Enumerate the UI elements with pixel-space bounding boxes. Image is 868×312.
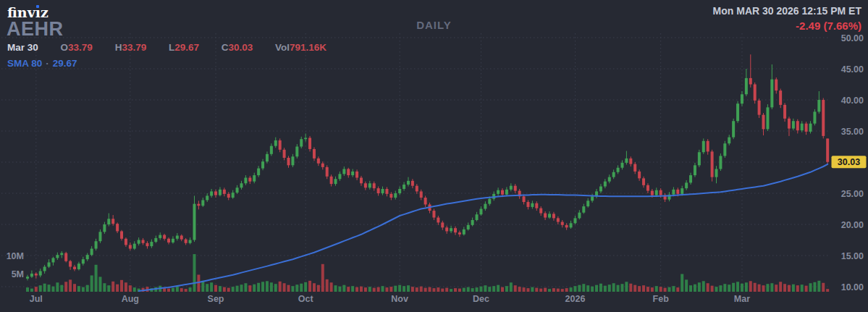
volume-bar [82,287,85,292]
volume-bar [595,285,598,292]
volume-bar [620,284,623,292]
volume-bar [189,287,192,292]
candle-body-down [347,169,350,175]
volume-bar [668,287,671,292]
candle-body-down [180,235,183,239]
candle-body-down [758,101,761,115]
volume-bar [638,286,641,292]
volume-bar [227,288,230,292]
volume-bar [762,285,765,292]
candle-body-down [163,235,166,239]
volume-bar [694,284,696,292]
volume-bars[interactable] [26,254,829,292]
volume-bar [505,286,508,292]
volume-bar [531,287,534,292]
volume-bar [463,288,465,292]
volume-bar [441,289,444,292]
volume-bar [416,287,418,292]
volume-bar [458,289,461,292]
candle-body-up [270,146,273,154]
candle-body-down [565,225,568,227]
volume-bar [368,287,371,292]
candle-body-up [206,195,208,200]
volume-bar [382,286,384,292]
candle-body-up [189,240,192,243]
candle-body-up [766,107,769,129]
candle-body-down [69,261,72,267]
candle-body-up [681,188,683,194]
candle-body-up [694,165,696,175]
month-label: Aug [122,294,139,304]
candle-body-down [355,172,358,178]
candle-body-up [586,201,589,206]
candle-body-up [159,235,161,238]
quote-volume: Vol791.16K [275,42,326,53]
volume-bar [578,285,581,292]
candle-body-up [617,168,620,172]
candle-body-up [599,187,602,192]
candle-body-up [56,255,59,258]
candle-body-down [125,239,127,245]
volume-bar [450,289,452,292]
candle-body-up [176,235,179,238]
volume-bar [479,287,482,292]
volume-bar [775,284,778,292]
sma80-line [139,164,827,291]
volume-bar [715,287,718,292]
candle-body-down [501,190,504,195]
candle-body-up [745,78,748,94]
candle-body-down [552,214,555,218]
candlesticks[interactable] [26,54,829,280]
volume-bar [792,284,795,292]
candle-body-down [557,218,560,222]
volume-bar [176,287,179,292]
candle-body-down [458,232,461,235]
volume-bar [334,285,337,292]
candle-body-down [279,140,282,150]
candle-body-down [116,224,119,231]
volume-bar [526,288,529,292]
candle-body-up [219,190,222,195]
volume-bar [364,287,367,292]
volume-bar [608,284,611,292]
candle-body-up [342,169,345,174]
candle-body-up [817,100,820,111]
candle-body-up [809,124,812,132]
price-change-badge: -2.49 (7.66%) [796,20,861,32]
sma80-overlay [139,164,827,291]
volume-bar [826,289,829,292]
month-label: Feb [653,294,670,304]
volume-bar [586,285,589,292]
volume-bar [26,287,29,292]
candle-body-down [796,121,799,130]
volume-bar [758,284,761,292]
volume-bar [651,287,654,292]
volume-bar [582,284,585,292]
volume-bar [510,282,513,292]
volume-bar [471,288,474,292]
candle-body-up [334,179,337,184]
volume-bar [355,287,358,292]
finviz-chart-page: 50.0045.0040.0035.0025.0020.0015.0010.00… [0,0,868,312]
volume-bar [330,282,333,292]
candle-body-down [646,185,649,191]
candle-body-down [330,177,333,184]
candle-body-up [60,253,63,256]
volume-bar [484,285,486,292]
candle-body-up [484,204,486,209]
volume-bar [308,281,311,292]
candle-body-up [471,220,474,225]
volume-bar [116,284,119,292]
volume-bar [633,285,636,292]
candle-body-up [719,156,722,169]
candle-body-up [479,209,482,215]
volume-bar [629,284,632,292]
candle-body-up [300,139,303,146]
volume-bar [389,287,392,292]
candle-body-up [210,191,213,195]
volume-bar [351,286,354,292]
candle-body-up [201,200,204,206]
candle-body-down [676,190,679,194]
volume-bar [476,287,479,292]
candle-body-down [283,150,286,158]
